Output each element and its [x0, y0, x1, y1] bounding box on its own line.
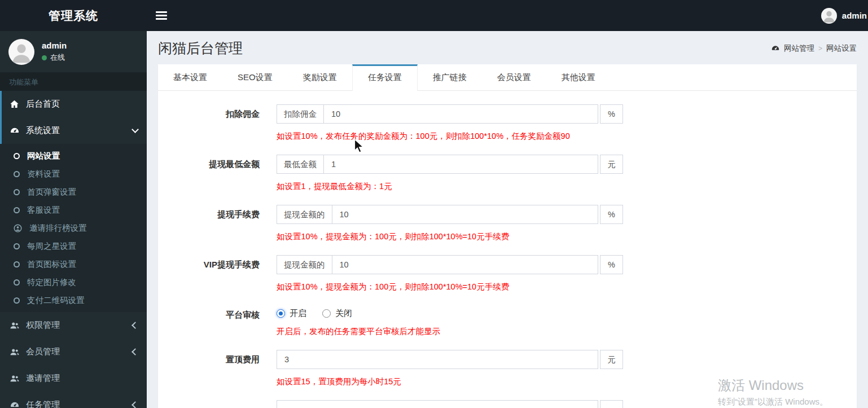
sidebar-section-header: 功能菜单 [0, 72, 147, 91]
chevron-left-icon [131, 401, 139, 408]
submenu-item-specific-image-edit[interactable]: 特定图片修改 [0, 273, 147, 291]
pin-fee-input[interactable] [277, 350, 598, 369]
gauge-icon [9, 126, 20, 136]
withdraw-fee-input[interactable] [332, 205, 599, 224]
sidebar: admin 在线 功能菜单 后台首页 系统设置 [0, 31, 147, 408]
field-label [164, 400, 260, 408]
field-hint: 如设置10%，提现金额为：100元，则扣除100*10%=10元手续费 [277, 231, 623, 242]
home-icon [9, 99, 20, 109]
tab-basic-settings[interactable]: 基本设置 [158, 64, 222, 90]
field-hint: 如设置1，提现最低金额为：1元 [277, 181, 623, 192]
chevron-left-icon [131, 322, 139, 329]
online-status-icon [42, 55, 47, 60]
form-row-commission: 扣除佣金 扣除佣金 % 如设置10%，发布任务的奖励金额为：100元，则扣除10… [164, 104, 840, 142]
user-avatar [8, 39, 34, 65]
tab-seo-settings[interactable]: SEO设置 [222, 64, 288, 90]
vip-withdraw-fee-input[interactable] [332, 255, 599, 274]
radio-unchecked-icon [322, 309, 331, 318]
settings-panel: 基本设置 SEO设置 奖励设置 任务设置 推广链接 会员设置 其他设置 扣除佣金… [158, 64, 857, 408]
circle-icon [14, 153, 20, 159]
input-suffix-addon: % [600, 255, 623, 274]
field-hint: 开启后，发布的任务需要平台审核后才能显示 [277, 326, 440, 337]
user-status: 在线 [42, 52, 67, 63]
submenu-item-invite-ranking-settings[interactable]: 邀请排行榜设置 [0, 219, 147, 237]
sidebar-user-panel: admin 在线 [0, 31, 147, 72]
input-suffix-addon: % [600, 104, 623, 124]
field-label: VIP提现手续费 [164, 255, 260, 292]
breadcrumb-current: 网站设置 [826, 43, 857, 54]
sidebar-item-system-settings[interactable]: 系统设置 [0, 117, 147, 144]
commission-input[interactable] [323, 104, 598, 124]
input-prefix-addon: 提现金额的 [277, 255, 332, 274]
partial-input[interactable] [277, 400, 598, 408]
form-row-pin-fee: 置顶费用 元 如设置15，置顶费用为每小时15元 [164, 350, 840, 387]
submenu-item-website-settings[interactable]: 网站设置 [0, 147, 147, 165]
breadcrumb-root[interactable]: 网站管理 [784, 43, 814, 54]
input-suffix-addon: 元 [600, 155, 623, 174]
sidebar-item-invite-management[interactable]: 邀请管理 [0, 365, 147, 392]
admin-screen: 管理系统 admin admin 在线 功能菜单 [0, 0, 868, 408]
radio-checked-icon [277, 309, 285, 318]
user-circle-icon [14, 224, 22, 232]
sidebar-toggle-icon[interactable] [156, 10, 167, 21]
input-suffix-addon: % [600, 205, 623, 224]
input-prefix-addon: 提现金额的 [277, 205, 332, 224]
radio-option-off[interactable]: 关闭 [322, 308, 352, 319]
tab-reward-settings[interactable]: 奖励设置 [288, 64, 352, 90]
sidebar-item-member-management[interactable]: 会员管理 [0, 339, 147, 365]
content-header: 闲猫后台管理 网站管理 > 网站设置 [147, 31, 868, 64]
user-avatar [821, 8, 837, 24]
tab-task-settings[interactable]: 任务设置 [352, 64, 418, 91]
form-row-vip-withdraw-fee: VIP提现手续费 提现金额的 % 如设置10%，提现金额为：100元，则扣除10… [164, 255, 840, 292]
field-label: 提现最低金额 [164, 155, 260, 192]
sidebar-item-permission-management[interactable]: 权限管理 [0, 312, 147, 339]
submenu-item-weekly-star-settings[interactable]: 每周之星设置 [0, 237, 147, 255]
users-icon [9, 321, 20, 331]
chevron-left-icon [131, 348, 139, 356]
circle-icon [14, 171, 20, 177]
app-logo[interactable]: 管理系统 [0, 8, 147, 24]
topbar-username: admin [842, 11, 867, 20]
submenu-item-home-icon-settings[interactable]: 首页图标设置 [0, 255, 147, 273]
chevron-down-icon [131, 126, 139, 133]
submenu-item-profile-settings[interactable]: 资料设置 [0, 165, 147, 183]
topbar: 管理系统 admin [0, 0, 868, 31]
settings-tabs: 基本设置 SEO设置 奖励设置 任务设置 推广链接 会员设置 其他设置 [158, 64, 857, 91]
gauge-icon [9, 400, 20, 408]
submenu-item-home-popup-settings[interactable]: 首页弹窗设置 [0, 183, 147, 201]
input-suffix-addon [600, 400, 623, 408]
sidebar-item-dashboard[interactable]: 后台首页 [0, 91, 147, 117]
circle-icon [14, 243, 20, 249]
topbar-user-menu[interactable]: admin [821, 8, 868, 24]
tab-other-settings[interactable]: 其他设置 [546, 64, 611, 90]
min-withdraw-input[interactable] [323, 155, 598, 174]
gauge-icon [771, 44, 780, 53]
users-icon [9, 347, 20, 357]
input-suffix-addon: 元 [600, 350, 623, 369]
form-row-platform-review: 平台审核 开启 关闭 开启后，发布的任务需要平台审 [164, 305, 840, 337]
submenu-item-payment-qrcode-settings[interactable]: 支付二维码设置 [0, 291, 147, 309]
input-prefix-addon: 最低金额 [277, 155, 323, 174]
circle-icon [14, 279, 20, 286]
sidebar-username: admin [42, 41, 67, 50]
circle-icon [14, 297, 20, 304]
page-title: 闲猫后台管理 [158, 39, 243, 58]
submenu-item-customer-service-settings[interactable]: 客服设置 [0, 201, 147, 219]
tab-promo-link[interactable]: 推广链接 [418, 64, 482, 90]
circle-icon [14, 261, 20, 267]
breadcrumb-separator: > [818, 45, 822, 52]
users-icon [9, 374, 20, 384]
field-label: 扣除佣金 [164, 104, 260, 142]
field-hint: 如设置15，置顶费用为每小时15元 [277, 376, 623, 387]
field-label: 平台审核 [164, 305, 260, 337]
input-prefix-addon: 扣除佣金 [277, 104, 323, 124]
tab-member-settings[interactable]: 会员设置 [482, 64, 546, 90]
radio-option-on[interactable]: 开启 [277, 308, 306, 319]
form-row-partial [164, 400, 840, 408]
system-settings-submenu: 网站设置 资料设置 首页弹窗设置 客服设置 [0, 144, 147, 312]
form-row-min-withdraw: 提现最低金额 最低金额 元 如设置1，提现最低金额为：1元 [164, 155, 840, 192]
field-hint: 如设置10%，提现金额为：100元，则扣除100*10%=10元手续费 [277, 282, 623, 292]
field-label: 提现手续费 [164, 205, 260, 242]
platform-review-radio-group: 开启 关闭 [277, 305, 440, 319]
sidebar-item-task-management[interactable]: 任务管理 [0, 392, 147, 408]
